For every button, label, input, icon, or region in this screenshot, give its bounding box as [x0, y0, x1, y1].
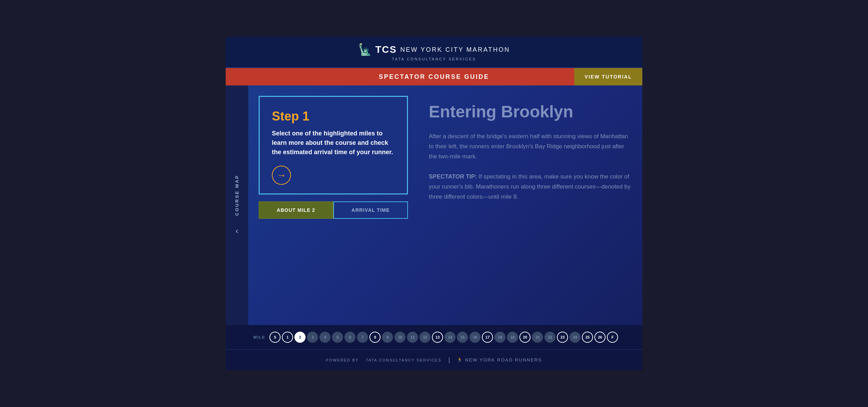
mile-marker[interactable]: 10: [394, 332, 406, 343]
mile-marker[interactable]: 8: [369, 332, 381, 343]
mile-marker[interactable]: 21: [532, 332, 543, 343]
mile-marker[interactable]: 13: [432, 332, 443, 343]
mile-marker[interactable]: F: [607, 332, 618, 343]
mile-marker[interactable]: 9: [382, 332, 393, 343]
tcs-label: TCS: [375, 44, 397, 55]
mile-marker[interactable]: 26: [594, 332, 606, 343]
step-number: Step 1: [272, 109, 395, 124]
mile-marker[interactable]: 14: [444, 332, 456, 343]
location-title: Entering Brooklyn: [429, 103, 632, 121]
main-container: 🗽 TCS NEW YORK CITY MARATHON TATA CONSUL…: [226, 37, 642, 370]
tata-label: TATA CONSULTANCY SERVICES: [366, 358, 441, 362]
mile-marker[interactable]: 4: [319, 332, 331, 343]
mile-marker[interactable]: 17: [482, 332, 493, 343]
nyrr-text: NEW YORK ROAD RUNNERS: [465, 357, 542, 363]
mile-markers-bar: MILE S1234567891011121314151617181920212…: [226, 325, 642, 349]
mile-marker[interactable]: 24: [569, 332, 581, 343]
main-content: Step 1 Select one of the highlighted mil…: [248, 85, 642, 325]
nyrr-label: 🏃 NEW YORK ROAD RUNNERS: [457, 357, 542, 363]
mile-marker[interactable]: 12: [419, 332, 431, 343]
sidebar[interactable]: COURSE MAP ‹: [226, 85, 248, 325]
statue-liberty-icon: 🗽: [358, 43, 372, 56]
step-card: Step 1 Select one of the highlighted mil…: [259, 96, 408, 194]
mile-marker[interactable]: 22: [544, 332, 556, 343]
next-arrow-button[interactable]: →: [272, 166, 291, 185]
spectator-tip: SPECTATOR TIP: If spectating in this are…: [429, 172, 632, 202]
right-panel: Entering Brooklyn After a descent of the…: [422, 96, 632, 315]
tab-buttons: ABOUT MILE 2 ARRIVAL TIME: [259, 201, 408, 219]
mile-marker[interactable]: 7: [357, 332, 368, 343]
header-logo: 🗽 TCS NEW YORK CITY MARATHON TATA CONSUL…: [358, 43, 510, 61]
mile-marker[interactable]: 1: [282, 332, 293, 343]
mile-marker[interactable]: 16: [469, 332, 481, 343]
view-tutorial-button[interactable]: VIEW TUTORIAL: [574, 68, 642, 85]
step-description: Select one of the highlighted miles to l…: [272, 129, 395, 157]
content-area: COURSE MAP ‹ Step 1 Select one of the hi…: [226, 85, 642, 325]
footer-divider: |: [448, 356, 450, 364]
logo-subtitle: TATA CONSULTANCY SERVICES: [392, 57, 476, 61]
mile-marker[interactable]: S: [269, 332, 281, 343]
header: 🗽 TCS NEW YORK CITY MARATHON TATA CONSUL…: [226, 37, 642, 68]
mile-marker[interactable]: 23: [557, 332, 568, 343]
arrival-time-tab[interactable]: ARRIVAL TIME: [333, 201, 408, 219]
left-panel: Step 1 Select one of the highlighted mil…: [259, 96, 408, 315]
mile-marker[interactable]: 20: [519, 332, 531, 343]
mile-marker[interactable]: 25: [582, 332, 593, 343]
spectator-tip-bold: SPECTATOR TIP:: [429, 173, 477, 180]
nav-bar: SPECTATOR COURSE GUIDE VIEW TUTORIAL: [226, 68, 642, 85]
mile-label: MILE: [253, 335, 265, 339]
mile-marker[interactable]: 18: [494, 332, 506, 343]
location-paragraph1: After a descent of the bridge's eastern …: [429, 132, 632, 162]
mile-marker[interactable]: 3: [307, 332, 318, 343]
mile-marker[interactable]: 15: [457, 332, 468, 343]
about-mile-tab[interactable]: ABOUT MILE 2: [259, 201, 333, 219]
header-logo-top: 🗽 TCS NEW YORK CITY MARATHON: [358, 43, 510, 56]
footer: POWERED BY TATA CONSULTANCY SERVICES | 🏃…: [226, 349, 642, 370]
mile-marker[interactable]: 19: [507, 332, 518, 343]
nycm-label: NEW YORK CITY MARATHON: [400, 46, 510, 53]
mile-marker[interactable]: 5: [332, 332, 343, 343]
mile-marker[interactable]: 11: [407, 332, 418, 343]
powered-by-label: POWERED BY: [326, 358, 359, 362]
mile-marker[interactable]: 2: [294, 332, 306, 343]
arrow-right-icon: →: [277, 170, 286, 181]
sidebar-chevron-icon: ‹: [236, 226, 239, 236]
sidebar-course-map-label: COURSE MAP: [234, 175, 240, 216]
mile-marker[interactable]: 6: [344, 332, 356, 343]
